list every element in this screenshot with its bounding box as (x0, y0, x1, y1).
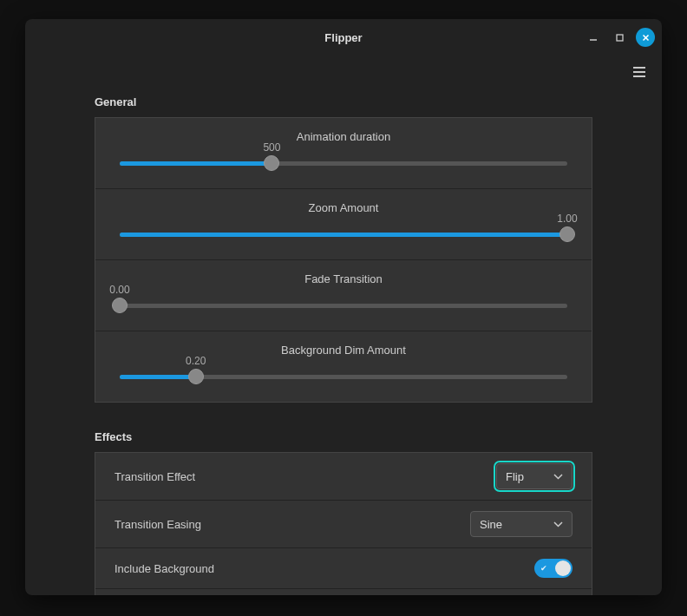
slider-fill (120, 161, 272, 166)
row-include-panels: Include Panels ✕ (95, 589, 592, 595)
slider-label: Zoom Amount (120, 201, 567, 214)
slider-track (120, 304, 567, 308)
content-area: General Animation duration 500 Zoom Amou… (25, 88, 662, 595)
chevron-down-icon (553, 521, 563, 528)
slider-thumb[interactable] (559, 226, 575, 242)
transition-effect-dropdown[interactable]: Flip (496, 463, 572, 489)
slider-fade-transition: Fade Transition 0.00 (95, 260, 592, 331)
maximize-button[interactable] (610, 28, 629, 47)
section-title-effects: Effects (95, 430, 592, 443)
check-icon: ✔ (540, 564, 547, 573)
toolbar (25, 56, 662, 88)
slider[interactable]: 0.00 (120, 298, 567, 315)
slider-value: 0.20 (186, 355, 206, 367)
transition-easing-dropdown[interactable]: Sine (470, 511, 572, 537)
titlebar: Flipper (25, 19, 662, 56)
svg-rect-1 (617, 35, 623, 41)
row-label: Transition Effect (114, 470, 195, 483)
slider[interactable]: 500 (120, 155, 567, 173)
dropdown-value: Sine (480, 518, 502, 531)
hamburger-icon (632, 66, 646, 78)
window-title: Flipper (25, 31, 662, 44)
slider-thumb[interactable] (112, 298, 128, 313)
slider-label: Fade Transition (120, 272, 567, 285)
dropdown-value: Flip (506, 470, 524, 483)
slider-thumb[interactable] (188, 369, 204, 384)
slider-animation-duration: Animation duration 500 (95, 118, 592, 189)
window-controls (584, 19, 655, 56)
slider-fill (120, 233, 567, 237)
toggle-knob (555, 560, 571, 576)
app-window: Flipper General Ani (25, 19, 662, 595)
effects-panel: Transition Effect Flip Transition Easing… (95, 452, 592, 595)
general-panel: Animation duration 500 Zoom Amount 1.00 (95, 117, 592, 403)
slider[interactable]: 1.00 (120, 226, 567, 244)
slider-value: 500 (263, 141, 280, 154)
include-background-toggle[interactable]: ✔ (534, 559, 572, 578)
slider-thumb[interactable] (264, 155, 279, 171)
section-title-general: General (95, 95, 592, 108)
close-button[interactable] (636, 28, 655, 47)
row-transition-effect: Transition Effect Flip (95, 453, 592, 501)
chevron-down-icon (553, 474, 563, 480)
slider-background-dim: Background Dim Amount 0.20 (95, 331, 592, 402)
slider-value: 1.00 (557, 213, 577, 225)
menu-button[interactable] (627, 60, 651, 84)
slider-label: Animation duration (120, 130, 567, 143)
row-transition-easing: Transition Easing Sine (95, 501, 592, 548)
slider-zoom-amount: Zoom Amount 1.00 (95, 189, 592, 260)
row-label: Include Background (114, 562, 214, 575)
minimize-button[interactable] (584, 28, 603, 47)
slider-fill (120, 375, 196, 379)
slider-value: 0.00 (109, 284, 129, 296)
slider[interactable]: 0.20 (120, 369, 567, 386)
row-include-background: Include Background ✔ (95, 548, 592, 589)
row-label: Transition Easing (114, 518, 201, 531)
